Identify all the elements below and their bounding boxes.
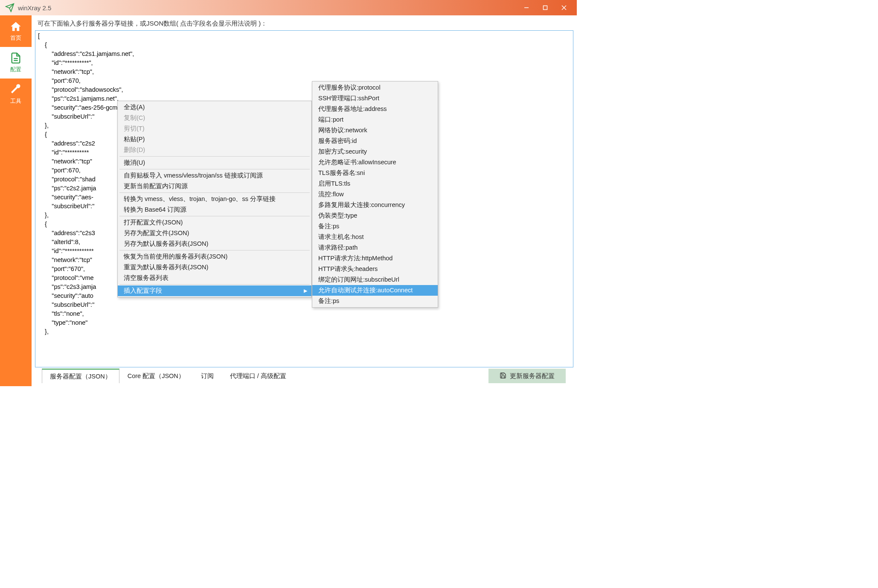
submenu-item[interactable]: HTTP请求方法:httpMethod	[312, 253, 438, 264]
menu-separator	[119, 216, 310, 216]
close-button[interactable]	[555, 0, 573, 15]
app-logo-icon	[5, 3, 15, 12]
editor-container: [ { "address":"c2s1.jamjams.net", "id":"…	[35, 30, 573, 367]
sidebar-item-tools[interactable]: 工具	[0, 79, 32, 110]
submenu-item[interactable]: 多路复用最大连接:concurrency	[312, 200, 438, 210]
tab-core-json[interactable]: Core 配置（JSON）	[119, 369, 193, 383]
context-menu-item[interactable]: 全选(A)	[118, 102, 311, 113]
document-icon	[10, 52, 22, 64]
submenu-item[interactable]: 端口:port	[312, 114, 438, 125]
context-menu-item[interactable]: 撤消(U)	[118, 157, 311, 168]
tab-subscribe[interactable]: 订阅	[193, 369, 222, 383]
submenu-item[interactable]: 网络协议:network	[312, 125, 438, 136]
save-icon	[500, 372, 506, 380]
menu-separator	[119, 169, 310, 169]
submenu-item[interactable]: 加密方式:security	[312, 146, 438, 157]
submenu-item[interactable]: 备注:ps	[312, 296, 438, 306]
submenu-item[interactable]: 伪装类型:type	[312, 210, 438, 221]
context-menu-item[interactable]: 打开配置文件(JSON)	[118, 217, 311, 228]
context-menu-item[interactable]: 插入配置字段▶	[118, 285, 311, 296]
submenu-item[interactable]: 备注:ps	[312, 221, 438, 232]
submenu-item[interactable]: SSH管理端口:sshPort	[312, 93, 438, 104]
context-menu-item[interactable]: 自剪贴板导入 vmess/vless/trojan/ss 链接或订阅源	[118, 170, 311, 181]
context-menu-item[interactable]: 转换为 vmess、vless、trojan、trojan-go、ss 分享链接	[118, 194, 311, 204]
context-menu-item: 剪切(T)	[118, 123, 311, 134]
context-menu-item[interactable]: 重置为默认服务器列表(JSON)	[118, 262, 311, 273]
submenu-item[interactable]: 服务器密码:id	[312, 136, 438, 146]
context-submenu: 代理服务协议:protocolSSH管理端口:sshPort代理服务器地址:ad…	[312, 81, 438, 308]
context-menu-item[interactable]: 更新当前配置内订阅源	[118, 181, 311, 192]
submenu-item[interactable]: 请求主机名:host	[312, 232, 438, 242]
submenu-item[interactable]: 绑定的订阅网址:subscribeUrl	[312, 274, 438, 285]
context-menu-item: 复制(C)	[118, 113, 311, 123]
submenu-item[interactable]: 允许自动测试并连接:autoConnect	[312, 285, 438, 296]
context-menu-item[interactable]: 清空服务器列表	[118, 273, 311, 283]
sidebar-item-label: 工具	[10, 97, 21, 105]
context-menu-item[interactable]: 另存为默认服务器列表(JSON)	[118, 239, 311, 249]
context-menu-item: 删除(D)	[118, 145, 311, 155]
context-menu-item[interactable]: 另存为配置文件(JSON)	[118, 228, 311, 239]
submenu-item[interactable]: HTTP请求头:headers	[312, 264, 438, 274]
app-title: winXray 2.5	[18, 4, 517, 12]
submenu-item[interactable]: 请求路径:path	[312, 242, 438, 253]
submenu-item[interactable]: 流控:flow	[312, 189, 438, 200]
sidebar-item-label: 配置	[10, 66, 21, 73]
submenu-item[interactable]: 代理服务协议:protocol	[312, 82, 438, 93]
menu-separator	[119, 156, 310, 157]
minimize-button[interactable]	[517, 0, 536, 15]
context-menu-item[interactable]: 转换为 Base64 订阅源	[118, 204, 311, 215]
sidebar: 首页 配置 工具	[0, 15, 32, 386]
update-server-config-button[interactable]: 更新服务器配置	[488, 369, 566, 383]
hint-text: 可在下面输入多行服务器分享链接，或JSON数组( 点击字段名会显示用法说明 )：	[32, 15, 577, 30]
context-menu-item[interactable]: 粘贴(P)	[118, 134, 311, 145]
tab-proxy-advanced[interactable]: 代理端口 / 高级配置	[222, 369, 294, 383]
maximize-button[interactable]	[536, 0, 555, 15]
update-button-label: 更新服务器配置	[510, 372, 555, 380]
wrench-icon	[10, 84, 22, 96]
window-controls	[517, 0, 573, 15]
context-menu: 全选(A)复制(C)剪切(T)粘贴(P)删除(D)撤消(U)自剪贴板导入 vme…	[117, 101, 312, 297]
submenu-item[interactable]: TLS服务器名:sni	[312, 168, 438, 178]
menu-separator	[119, 192, 310, 193]
bottom-bar: 服务器配置（JSON） Core 配置（JSON） 订阅 代理端口 / 高级配置…	[32, 367, 577, 386]
menu-separator	[119, 284, 310, 285]
sidebar-item-home[interactable]: 首页	[0, 15, 32, 47]
tabs: 服务器配置（JSON） Core 配置（JSON） 订阅 代理端口 / 高级配置	[42, 369, 294, 383]
titlebar: winXray 2.5	[0, 0, 577, 15]
sidebar-item-label: 首页	[10, 34, 21, 42]
chevron-right-icon: ▶	[304, 288, 307, 294]
submenu-item[interactable]: 允许忽略证书:allowInsecure	[312, 157, 438, 168]
context-menu-item[interactable]: 恢复为当前使用的服务器列表(JSON)	[118, 251, 311, 262]
submenu-item[interactable]: 启用TLS:tls	[312, 178, 438, 189]
submenu-item[interactable]: 代理服务器地址:address	[312, 104, 438, 114]
menu-separator	[119, 250, 310, 250]
tab-server-json[interactable]: 服务器配置（JSON）	[42, 369, 119, 383]
svg-rect-1	[544, 6, 547, 10]
home-icon	[10, 20, 22, 32]
sidebar-item-config[interactable]: 配置	[0, 47, 32, 79]
